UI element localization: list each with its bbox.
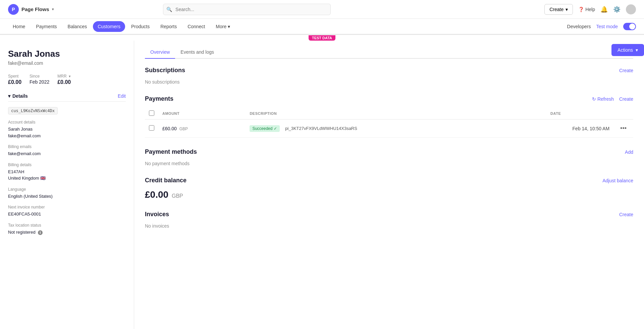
detail-account: Account details Sarah Jonas fake@email.c… <box>8 120 126 139</box>
details-header: ▾ Details Edit <box>8 93 126 102</box>
test-mode-label: Test mode <box>596 24 618 29</box>
details-toggle[interactable]: ▾ Details <box>8 93 28 99</box>
stat-since: Since Feb 2022 <box>30 74 49 85</box>
payment-methods-section: Payment methods Add No payment methods <box>145 148 633 166</box>
nav-item-customers[interactable]: Customers <box>93 21 125 32</box>
developers-link[interactable]: Developers <box>567 24 591 29</box>
description-col-header: DESCRIPTION <box>246 108 546 120</box>
invoices-title: Invoices <box>145 211 169 218</box>
invoices-header: Invoices Create <box>145 211 633 218</box>
language-value: English (United States) <box>8 193 126 200</box>
edit-link[interactable]: Edit <box>118 93 126 99</box>
nav-item-connect[interactable]: Connect <box>183 21 210 32</box>
refresh-icon: ↻ <box>592 96 596 102</box>
tab-overview[interactable]: Overview <box>145 46 175 59</box>
payments-actions: ↻ Refresh Create <box>592 96 633 102</box>
payment-currency: GBP <box>179 127 188 131</box>
row-more-button[interactable]: ••• <box>618 124 629 133</box>
page-layout: Sarah Jonas fake@email.com Spent £0.00 S… <box>0 41 644 329</box>
notifications-icon[interactable]: 🔔 <box>600 6 608 13</box>
payments-title: Payments <box>145 95 173 102</box>
tax-info-icon[interactable]: ℹ <box>38 230 43 235</box>
payment-date: Feb 14, 10:50 AM <box>573 126 610 131</box>
actions-chevron-icon: ▾ <box>636 47 638 53</box>
payments-header: Payments ↻ Refresh Create <box>145 95 633 102</box>
test-data-badge: TEST DATA <box>309 35 335 41</box>
search-input[interactable] <box>163 4 331 15</box>
select-all-checkbox[interactable] <box>149 110 154 116</box>
customer-email: fake@email.com <box>8 60 126 66</box>
nav-item-home[interactable]: Home <box>8 21 30 32</box>
tax-status-label: Tax location status <box>8 223 126 228</box>
nav-item-products[interactable]: Products <box>126 21 154 32</box>
payments-table: AMOUNT DESCRIPTION DATE £60.00 GBP <box>145 108 633 138</box>
avatar[interactable] <box>626 4 636 14</box>
row-checkbox[interactable] <box>149 125 154 131</box>
spent-label: Spent <box>8 74 21 79</box>
topbar: P Page Flows ▾ 🔍 Create ▾ ❓ Help 🔔 ⚙️ <box>0 0 644 19</box>
help-button[interactable]: ❓ Help <box>578 7 595 12</box>
date-col-header: DATE <box>546 108 613 120</box>
amount-col-header: AMOUNT <box>158 108 246 120</box>
detail-next-invoice: Next invoice number EE40FCA5-0001 <box>8 205 126 218</box>
account-details-label: Account details <box>8 120 126 125</box>
tabs: Overview Events and logs <box>145 41 633 59</box>
logo[interactable]: P Page Flows ▾ <box>8 4 54 15</box>
add-payment-method-link[interactable]: Add <box>625 149 633 155</box>
nav-item-reports[interactable]: Reports <box>156 21 181 32</box>
nav-item-balances[interactable]: Balances <box>63 21 92 32</box>
payment-methods-title: Payment methods <box>145 148 197 155</box>
subscriptions-header: Subscriptions Create <box>145 67 633 74</box>
logo-chevron-icon: ▾ <box>52 7 54 11</box>
nav-item-more[interactable]: More ▾ <box>211 21 235 32</box>
payments-create-link[interactable]: Create <box>619 96 633 102</box>
create-chevron-icon: ▾ <box>566 7 568 12</box>
refresh-button[interactable]: ↻ Refresh <box>592 96 614 102</box>
more-chevron-icon: ▾ <box>228 24 230 29</box>
credit-currency: GBP <box>172 193 183 199</box>
since-label: Since <box>30 74 49 79</box>
navbar-right: Developers Test mode <box>567 23 636 30</box>
details-chevron-icon: ▾ <box>8 93 10 99</box>
mrr-value: £0.00 <box>57 79 71 85</box>
tab-events[interactable]: Events and logs <box>175 46 219 59</box>
search-icon: 🔍 <box>166 7 172 12</box>
detail-tax-status: Tax location status Not registered ℹ <box>8 223 126 236</box>
mrr-info-icon: ▾ <box>69 74 71 78</box>
billing-postcode: E147AH <box>8 169 126 175</box>
invoices-section: Invoices Create No invoices <box>145 211 633 229</box>
actions-button[interactable]: Actions ▾ <box>611 44 644 56</box>
app-name: Page Flows <box>21 6 49 12</box>
subscriptions-empty: No subscriptions <box>145 79 633 85</box>
nav-item-payments[interactable]: Payments <box>31 21 61 32</box>
credit-amount: £0.00 <box>145 189 168 200</box>
create-button[interactable]: Create ▾ <box>544 4 573 15</box>
credit-balance-title: Credit balance <box>145 177 186 184</box>
payment-methods-header: Payment methods Add <box>145 148 633 155</box>
test-mode-toggle[interactable] <box>623 23 636 30</box>
invoices-empty: No invoices <box>145 223 633 229</box>
adjust-balance-link[interactable]: Adjust balance <box>602 178 633 183</box>
detail-billing-details: Billing details E147AH United Kingdom 🇬🇧 <box>8 162 126 182</box>
sidebar: Sarah Jonas fake@email.com Spent £0.00 S… <box>0 41 134 329</box>
detail-language: Language English (United States) <box>8 187 126 200</box>
invoices-create-link[interactable]: Create <box>619 212 633 217</box>
subscriptions-title: Subscriptions <box>145 67 185 74</box>
customer-id-badge: cus_L9KoZvNSxWc4Dx <box>8 107 58 114</box>
help-icon: ❓ <box>578 7 584 12</box>
credit-balance-section: Credit balance Adjust balance £0.00 GBP <box>145 177 633 200</box>
next-invoice-label: Next invoice number <box>8 205 126 209</box>
account-email: fake@email.com <box>8 133 126 139</box>
spent-value: £0.00 <box>8 79 21 85</box>
table-row: £60.00 GBP Succeeded ✓ pi_3KT27vFX9VLdWW… <box>145 120 633 138</box>
billing-country: United Kingdom 🇬🇧 <box>8 175 126 182</box>
billing-details-label: Billing details <box>8 162 126 167</box>
main-content: Actions ▾ Overview Events and logs Subsc… <box>134 41 644 329</box>
navbar: Home Payments Balances Customers Product… <box>0 19 644 35</box>
subscriptions-create-link[interactable]: Create <box>619 68 633 73</box>
payment-amount: £60.00 <box>162 126 177 131</box>
settings-icon[interactable]: ⚙️ <box>613 6 621 13</box>
mrr-label: MRR ▾ <box>57 74 71 79</box>
account-name: Sarah Jonas <box>8 126 126 133</box>
customer-name: Sarah Jonas <box>8 49 126 59</box>
